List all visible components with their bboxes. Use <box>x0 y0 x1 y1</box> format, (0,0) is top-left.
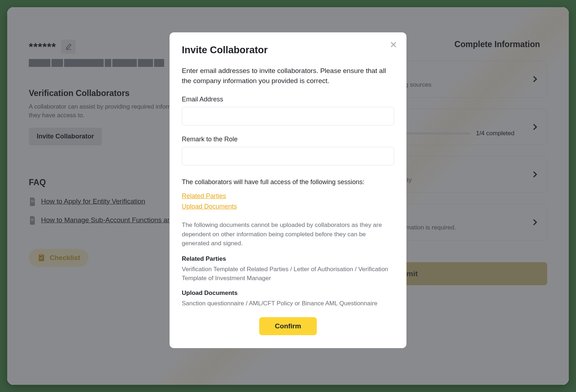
remark-input[interactable] <box>182 147 394 165</box>
confirm-button[interactable]: Confirm <box>259 317 317 335</box>
access-note: The collaborators will have full access … <box>182 178 394 186</box>
modal-overlay: Invite Collaborator Enter email addresse… <box>7 7 569 385</box>
access-link-related-parties[interactable]: Related Parties <box>182 192 394 200</box>
restriction-head: Related Parties <box>182 255 394 263</box>
close-button[interactable] <box>388 40 399 50</box>
invite-collaborator-modal: Invite Collaborator Enter email addresse… <box>170 32 406 348</box>
remark-label: Remark to the Role <box>182 136 394 143</box>
modal-intro: Enter email addresses to invite collabor… <box>182 66 394 86</box>
email-label: Email Address <box>182 96 394 103</box>
close-icon <box>390 41 397 48</box>
email-input[interactable] <box>182 107 394 126</box>
access-link-upload-documents[interactable]: Upload Documents <box>182 203 394 210</box>
restriction-desc: Sanction questionnaire / AML/CFT Policy … <box>182 299 394 308</box>
restriction-desc: Verification Template of Related Parties… <box>182 265 394 283</box>
restriction-note: The following documents cannot be upload… <box>182 220 394 248</box>
restriction-head: Upload Documents <box>182 290 394 297</box>
modal-title: Invite Collaborator <box>182 45 394 56</box>
